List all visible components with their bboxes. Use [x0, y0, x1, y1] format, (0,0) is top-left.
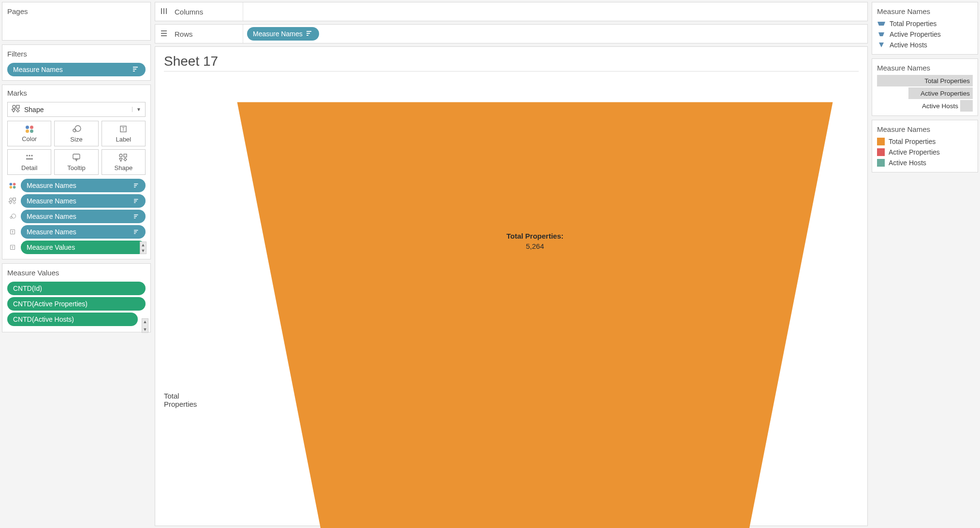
scroll-down-icon[interactable]: ▼: [143, 327, 147, 332]
mark-pills: Measure Names Measure Names Measure Name…: [7, 179, 146, 254]
svg-rect-39: [134, 231, 137, 232]
color-swatch: [877, 159, 885, 167]
mv-pill-0[interactable]: CNTD(Id): [7, 282, 146, 295]
sort-icon: [134, 197, 140, 205]
funnel-chart: Total Properties Total Properties: 5,264…: [164, 76, 859, 528]
pill-label: Measure Names: [13, 66, 63, 73]
size-legend-item-2[interactable]: Active Hosts: [877, 100, 973, 112]
svg-rect-14: [26, 158, 33, 159]
mv-pill-1[interactable]: CNTD(Active Properties): [7, 297, 146, 311]
shape-icon: [7, 197, 18, 205]
pill-label: CNTD(Id): [13, 285, 42, 292]
svg-rect-43: [161, 8, 162, 14]
svg-rect-49: [307, 31, 311, 32]
svg-rect-15: [73, 154, 80, 159]
marks-cell-label[interactable]: T Label: [102, 121, 146, 146]
shape-legend-item-1[interactable]: Active Properties: [877, 29, 973, 40]
app-root: Pages Filters Measure Names Marks Shape: [0, 0, 980, 528]
sheet-area: Sheet 17 Total Properties Total Properti…: [155, 46, 868, 526]
funnel-shape-icon: [877, 20, 886, 27]
shapes-icon: [12, 104, 20, 114]
funnel-shape-0[interactable]: Total Properties: 5,264: [211, 76, 859, 528]
svg-rect-44: [163, 8, 164, 14]
mark-pill-color[interactable]: Measure Names: [7, 179, 146, 192]
mark-pill-size[interactable]: Measure Names: [7, 210, 146, 223]
mv-pill-2[interactable]: CNTD(Active Hosts): [7, 313, 138, 326]
scroll-up-icon[interactable]: ▲: [141, 242, 146, 248]
sort-icon: [134, 182, 140, 189]
size-legend-item-0[interactable]: Total Properties: [877, 75, 973, 86]
color-swatch: [877, 138, 885, 145]
mark-pill-label-2[interactable]: T Measure Values: [7, 241, 146, 254]
columns-icon: [160, 7, 168, 16]
cell-label: Tooltip: [67, 164, 86, 171]
svg-point-11: [26, 155, 28, 156]
size-icon: [7, 213, 18, 220]
svg-rect-35: [134, 218, 135, 219]
columns-shelf[interactable]: Columns: [155, 2, 868, 21]
marks-scroll[interactable]: ▲▼: [140, 242, 146, 254]
svg-rect-23: [134, 187, 135, 188]
svg-marker-19: [119, 158, 122, 161]
svg-marker-56: [878, 32, 884, 36]
pill-label: Measure Names: [253, 30, 303, 38]
marks-cell-detail[interactable]: Detail: [7, 149, 51, 175]
svg-rect-51: [307, 35, 308, 36]
filters-panel[interactable]: Filters Measure Names: [2, 44, 151, 81]
measure-values-title: Measure Values: [7, 269, 146, 277]
color-legend[interactable]: Measure Names Total Properties Active Pr…: [872, 120, 978, 172]
svg-rect-50: [307, 33, 310, 34]
svg-point-32: [12, 214, 16, 218]
marks-type-label: Shape: [24, 106, 44, 114]
sort-icon: [134, 213, 140, 220]
rows-shelf[interactable]: Rows Measure Names: [155, 24, 868, 43]
color-icon: [7, 181, 18, 190]
divider: [164, 71, 859, 71]
marks-type-select[interactable]: Shape ▼: [7, 102, 146, 117]
svg-point-12: [29, 155, 30, 156]
filters-title: Filters: [7, 50, 146, 58]
marks-cell-tooltip[interactable]: Tooltip: [54, 149, 98, 175]
size-legend[interactable]: Measure Names Total Properties Active Pr…: [872, 58, 978, 116]
color-legend-item-0[interactable]: Total Properties: [877, 136, 973, 147]
row-label: Total Properties: [164, 392, 207, 408]
shape-legend[interactable]: Measure Names Total Properties Active Pr…: [872, 2, 978, 55]
pill-label: Measure Names: [27, 228, 76, 236]
marks-cell-shape[interactable]: Shape: [102, 149, 146, 175]
shape-icon: [118, 153, 129, 162]
mark-pill-label-1[interactable]: T Measure Names: [7, 225, 146, 239]
legend-label: Active Properties: [889, 148, 940, 156]
size-legend-item-1[interactable]: Active Properties: [877, 87, 973, 99]
legend-label: Active Hosts: [922, 102, 973, 110]
svg-marker-52: [237, 102, 833, 528]
filter-pill-measure-names[interactable]: Measure Names: [7, 63, 146, 76]
label-icon: T: [7, 243, 18, 251]
chevron-down-icon: ▼: [132, 107, 141, 112]
marks-cell-size[interactable]: Size: [54, 121, 98, 146]
svg-rect-34: [134, 216, 137, 217]
rows-pill-measure-names[interactable]: Measure Names: [247, 27, 319, 41]
rows-drop[interactable]: Measure Names: [243, 27, 867, 41]
mark-pill-shape[interactable]: Measure Names: [7, 194, 146, 208]
shape-legend-item-0[interactable]: Total Properties: [877, 18, 973, 29]
svg-rect-46: [161, 30, 167, 31]
pill-label: Measure Names: [27, 213, 76, 220]
shape-legend-item-2[interactable]: Active Hosts: [877, 40, 973, 50]
sheet-title[interactable]: Sheet 17: [164, 54, 859, 69]
svg-marker-16: [75, 159, 77, 161]
scroll-down-icon[interactable]: ▼: [141, 248, 146, 254]
scroll-up-icon[interactable]: ▲: [143, 319, 147, 325]
mv-scroll[interactable]: ▲▼: [142, 318, 148, 333]
legend-label: Total Properties: [889, 138, 936, 145]
detail-icon: [24, 153, 35, 162]
measure-values-panel[interactable]: Measure Values CNTD(Id) CNTD(Active Prop…: [2, 263, 151, 332]
cell-label: Size: [70, 136, 82, 143]
color-legend-item-1[interactable]: Active Properties: [877, 147, 973, 157]
pages-panel[interactable]: Pages: [2, 2, 151, 41]
color-legend-item-2[interactable]: Active Hosts: [877, 157, 973, 168]
pill-label: Measure Values: [27, 243, 75, 251]
svg-rect-47: [161, 33, 167, 34]
svg-marker-27: [13, 201, 15, 204]
marks-cell-color[interactable]: Color: [7, 121, 51, 146]
svg-rect-38: [134, 230, 138, 231]
